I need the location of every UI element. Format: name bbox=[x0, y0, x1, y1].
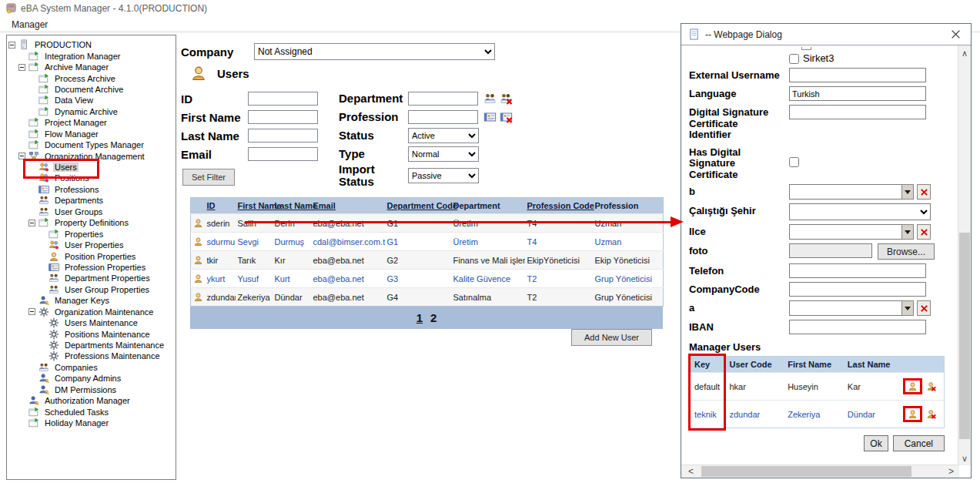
table-row[interactable]: sdurmusSevgiDurmuşcdal@bimser.com.trG1Ür… bbox=[191, 233, 664, 251]
b-clear-icon[interactable] bbox=[917, 184, 931, 200]
tree-item-departments-maintenance[interactable]: Departments Maintenance bbox=[7, 340, 176, 351]
tree-item-position-properties[interactable]: Position Properties bbox=[7, 250, 176, 261]
column-email[interactable]: Email bbox=[311, 198, 385, 214]
first-name-input[interactable] bbox=[248, 110, 318, 124]
card-icon[interactable] bbox=[483, 111, 497, 123]
tree-item-organization-management[interactable]: Organization Management bbox=[7, 150, 176, 161]
tree-item-scheduled-tasks[interactable]: Scheduled Tasks bbox=[7, 406, 176, 417]
tree-item-users[interactable]: Users bbox=[7, 162, 176, 173]
company-select[interactable]: Not Assigned bbox=[254, 43, 495, 60]
foto-browse-button[interactable]: Browse... bbox=[878, 243, 935, 260]
page-1[interactable]: 1 bbox=[416, 311, 423, 324]
companycode-input[interactable] bbox=[789, 282, 926, 297]
column-id[interactable]: ID bbox=[205, 198, 236, 214]
ilce-dropdown-icon[interactable] bbox=[901, 224, 914, 240]
column-department-code[interactable]: Department Code bbox=[385, 198, 451, 214]
tree-item-departments[interactable]: Departments bbox=[7, 195, 176, 206]
tree-item-user-groups[interactable]: User Groups bbox=[7, 206, 176, 217]
tree-item-project-manager[interactable]: Project Manager bbox=[7, 117, 176, 128]
iban-input[interactable] bbox=[789, 320, 926, 334]
column-first-name[interactable]: First Name bbox=[236, 198, 273, 214]
card-x-icon[interactable] bbox=[500, 111, 513, 123]
tree-collapse-toggle[interactable] bbox=[18, 153, 25, 159]
tree-collapse-toggle[interactable] bbox=[18, 64, 25, 71]
tree-item-user-group-properties[interactable]: User Group Properties bbox=[7, 284, 176, 295]
table-row[interactable]: zdundarZekeriyaDündareba@eba.netG4Satına… bbox=[191, 288, 664, 307]
close-icon[interactable] bbox=[947, 26, 964, 43]
id-input[interactable] bbox=[248, 92, 318, 106]
last-name-input[interactable] bbox=[248, 129, 318, 143]
tree-item-positions-maintenance[interactable]: Positions Maintenance bbox=[7, 328, 176, 339]
tree-item-integration-manager[interactable]: Integration Manager bbox=[7, 50, 176, 61]
tree-collapse-toggle[interactable] bbox=[8, 42, 15, 49]
tree-item-archive-manager[interactable]: Archive Manager bbox=[7, 62, 176, 72]
tree-item-professions-maintenance[interactable]: Professions Maintenance bbox=[7, 351, 176, 361]
table-row[interactable]: ykurtYusufKurteba@eba.netG3Kalite Güvenc… bbox=[191, 270, 664, 288]
select-user-icon[interactable] bbox=[908, 409, 918, 419]
menu-manager[interactable]: Manager bbox=[0, 18, 55, 32]
tree-item-profession-properties[interactable]: Profession Properties bbox=[7, 262, 176, 273]
set-filter-button[interactable]: Set Filter bbox=[182, 169, 235, 186]
external-username-input[interactable] bbox=[789, 68, 926, 82]
tree-item-department-properties[interactable]: Department Properties bbox=[7, 273, 176, 283]
a-dropdown-icon[interactable] bbox=[901, 300, 914, 316]
tree-item-companies[interactable]: Companies bbox=[7, 362, 176, 373]
tree-item-data-view[interactable]: Data View bbox=[7, 95, 176, 106]
tree-item-holiday-manager[interactable]: Holiday Manager bbox=[7, 418, 176, 428]
b-combo-input[interactable] bbox=[789, 184, 901, 200]
al-t-ehir-select[interactable] bbox=[789, 203, 931, 220]
tree-item-document-types-manager[interactable]: Document Types Manager bbox=[7, 139, 176, 150]
scroll-left-icon[interactable]: < bbox=[684, 465, 697, 478]
group-icon[interactable] bbox=[483, 92, 497, 105]
type-select[interactable]: Normal bbox=[408, 146, 479, 162]
manager-user-row[interactable]: teknikzdundarZekeriyaDündar bbox=[690, 401, 945, 428]
page-2[interactable]: 2 bbox=[430, 311, 436, 324]
ok-button[interactable]: Ok bbox=[864, 435, 888, 451]
add-new-user-button[interactable]: Add New User bbox=[571, 329, 652, 346]
tree-item-document-archive[interactable]: Document Archive bbox=[7, 84, 176, 95]
a-combo-input[interactable] bbox=[789, 300, 901, 316]
scroll-up-icon[interactable]: ∧ bbox=[958, 47, 971, 60]
ilce-combo-input[interactable] bbox=[789, 224, 901, 240]
tree-item-professions[interactable]: Professions bbox=[7, 184, 176, 195]
scrollbar-thumb-horizontal[interactable] bbox=[701, 466, 911, 477]
telefon-input[interactable] bbox=[789, 263, 926, 278]
horizontal-scrollbar[interactable]: < > bbox=[681, 465, 959, 478]
column-profession-code[interactable]: Profession Code bbox=[525, 198, 593, 214]
department-input[interactable] bbox=[408, 92, 478, 106]
scrollbar-thumb[interactable] bbox=[959, 233, 970, 439]
tree-item-production[interactable]: PRODUCTION bbox=[7, 39, 176, 50]
has-digital-signature-certificate-checkbox[interactable] bbox=[789, 157, 799, 167]
tree-item-manager-keys[interactable]: Manager Keys bbox=[7, 295, 176, 306]
sirket3-checkbox[interactable] bbox=[789, 54, 799, 64]
group-x-icon[interactable] bbox=[500, 92, 513, 105]
tree-collapse-toggle[interactable] bbox=[28, 220, 35, 226]
tree-item-organization-maintenance[interactable]: Organization Maintenance bbox=[7, 307, 176, 317]
tree-item-authorization-manager[interactable]: Authorization Manager bbox=[7, 395, 176, 406]
scroll-down-icon[interactable]: ∨ bbox=[958, 452, 971, 465]
foto-file-field[interactable] bbox=[789, 243, 872, 258]
email-input[interactable] bbox=[248, 147, 318, 161]
manager-user-row[interactable]: defaulthkarHuseyinKar bbox=[690, 373, 945, 401]
tree-item-dynamic-archive[interactable]: Dynamic Archive bbox=[7, 106, 176, 117]
a-clear-icon[interactable] bbox=[917, 300, 931, 316]
tree-item-dm-permissions[interactable]: DM Permissions bbox=[7, 384, 176, 395]
import-status-select[interactable]: Passive bbox=[408, 168, 479, 183]
tree-item-flow-manager[interactable]: Flow Manager bbox=[7, 129, 176, 139]
select-user-icon[interactable] bbox=[908, 381, 918, 391]
tree-item-process-archive[interactable]: Process Archive bbox=[7, 72, 176, 83]
digital-signature-certificate-identifier-input[interactable] bbox=[789, 105, 926, 119]
remove-user-icon[interactable] bbox=[926, 409, 936, 419]
language-input[interactable] bbox=[789, 86, 926, 101]
table-row[interactable]: tkirTarıkKıreba@eba.netG2Finans ve Mali … bbox=[191, 251, 664, 270]
profession-input[interactable] bbox=[408, 110, 478, 124]
tree-item-user-properties[interactable]: User Properties bbox=[7, 240, 176, 250]
column-last-name[interactable]: Last Name bbox=[273, 198, 311, 214]
tree-item-company-admins[interactable]: Company Admins bbox=[7, 373, 176, 384]
scroll-right-icon[interactable]: > bbox=[945, 465, 958, 478]
tree-collapse-toggle[interactable] bbox=[28, 308, 35, 315]
status-select[interactable]: Active bbox=[408, 128, 479, 143]
tree-item-positions[interactable]: Positions bbox=[7, 173, 176, 183]
tree-item-users-maintenance[interactable]: Users Maintenance bbox=[7, 317, 176, 328]
remove-user-icon[interactable] bbox=[926, 381, 936, 391]
